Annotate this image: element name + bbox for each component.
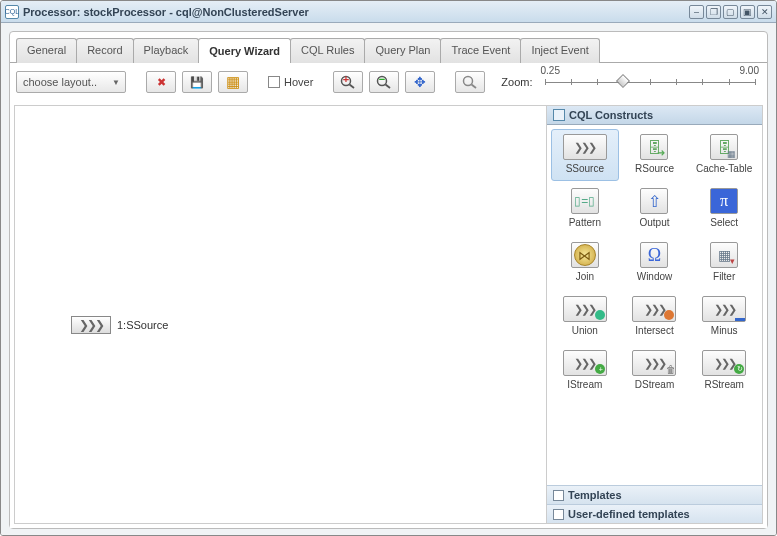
palette-item-dstream[interactable]: 🗑DStream (621, 345, 689, 397)
palette-item-minus[interactable]: Minus (690, 291, 758, 343)
palette-item-label: RSource (635, 163, 674, 174)
palette-item-select[interactable]: πSelect (690, 183, 758, 235)
palette-header-constructs[interactable]: CQL Constructs (547, 106, 762, 125)
palette: CQL Constructs SSource🗄➜RSource🗄▦Cache-T… (546, 106, 762, 523)
tab-bar: GeneralRecordPlaybackQuery WizardCQL Rul… (10, 32, 767, 63)
hover-checkbox-label: Hover (284, 76, 313, 88)
db-right-icon: 🗄➜ (640, 134, 668, 160)
palette-item-output[interactable]: ⇧Output (621, 183, 689, 235)
zoom-slider-thumb[interactable] (616, 74, 630, 88)
save-button[interactable]: 💾 (182, 71, 212, 93)
palette-item-ssource[interactable]: SSource (551, 129, 619, 181)
palette-item-label: Filter (713, 271, 735, 282)
palette-item-label: Window (637, 271, 673, 282)
chev-minus-icon (702, 296, 746, 322)
tab-general[interactable]: General (16, 38, 77, 63)
maximize-button[interactable]: ▣ (740, 5, 755, 19)
templates-icon (553, 490, 564, 501)
filter-icon: ▦▾ (710, 242, 738, 268)
user-templates-icon (553, 509, 564, 520)
palette-item-window[interactable]: ΩWindow (621, 237, 689, 289)
palette-grid: SSource🗄➜RSource🗄▦Cache-Table▯=▯Pattern⇧… (547, 125, 762, 401)
ssource-icon (71, 316, 111, 334)
palette-item-label: Join (576, 271, 594, 282)
hover-checkbox[interactable]: Hover (268, 76, 313, 88)
minimize-button[interactable]: – (689, 5, 704, 19)
restore-down-button[interactable]: ❐ (706, 5, 721, 19)
layout-selector[interactable]: choose layout.. (16, 71, 126, 93)
svg-line-1 (350, 85, 355, 89)
delete-button[interactable]: ✖ (146, 71, 176, 93)
zoom-max-label: 9.00 (740, 65, 759, 76)
constructs-icon (553, 109, 565, 121)
zoom-in-button[interactable]: + (333, 71, 363, 93)
tab-inject-event[interactable]: Inject Event (520, 38, 599, 63)
zoom-min-label: 0.25 (541, 65, 560, 76)
palette-item-istream[interactable]: +IStream (551, 345, 619, 397)
palette-footer: Templates User-defined templates (547, 485, 762, 523)
palette-item-cache-table[interactable]: 🗄▦Cache-Table (690, 129, 758, 181)
palette-item-label: Union (572, 325, 598, 336)
palette-item-rstream[interactable]: ↻RStream (690, 345, 758, 397)
window-title: Processor: stockProcessor - cql@NonClust… (23, 6, 689, 18)
chev-r-icon: ↻ (702, 350, 746, 376)
canvas-node-ssource1[interactable]: 1:SSource (71, 316, 168, 334)
pattern-icon: ▯=▯ (571, 188, 599, 214)
toolbar: choose layout.. ✖ 💾 ▦ Hover + − ✥ (10, 63, 767, 101)
app-icon: CQL (5, 5, 19, 19)
palette-header-label: CQL Constructs (569, 109, 653, 121)
fit-button[interactable]: ✥ (405, 71, 435, 93)
chev-icon (563, 134, 607, 160)
tab-body: choose layout.. ✖ 💾 ▦ Hover + − ✥ (10, 62, 767, 528)
pi-icon: π (710, 188, 738, 214)
palette-item-intersect[interactable]: Intersect (621, 291, 689, 343)
palette-item-filter[interactable]: ▦▾Filter (690, 237, 758, 289)
chev-union-icon (563, 296, 607, 322)
svg-point-6 (464, 77, 473, 86)
tab-record[interactable]: Record (76, 38, 133, 63)
zoom-slider[interactable]: 0.25 9.00 (545, 71, 755, 93)
omega-icon: Ω (640, 242, 668, 268)
palette-item-join[interactable]: ⋈Join (551, 237, 619, 289)
tab-playback[interactable]: Playback (133, 38, 200, 63)
svg-line-7 (472, 85, 477, 89)
palette-item-label: Pattern (569, 217, 601, 228)
svg-text:+: + (343, 75, 349, 85)
palette-item-label: DStream (635, 379, 674, 390)
tab-query-wizard[interactable]: Query Wizard (198, 38, 291, 63)
output-icon: ⇧ (640, 188, 668, 214)
palette-section-templates[interactable]: Templates (547, 485, 762, 504)
svg-line-4 (386, 85, 391, 89)
search-button[interactable] (455, 71, 485, 93)
workspace: 1:SSource CQL Constructs SSource🗄➜RSourc… (14, 105, 763, 524)
hover-checkbox-box[interactable] (268, 76, 280, 88)
palette-item-pattern[interactable]: ▯=▯Pattern (551, 183, 619, 235)
chev-i-icon: + (563, 350, 607, 376)
chev-d-icon: 🗑 (632, 350, 676, 376)
close-button[interactable]: ✕ (757, 5, 772, 19)
chev-intersect-icon (632, 296, 676, 322)
restore-button[interactable]: ▢ (723, 5, 738, 19)
tab-trace-event[interactable]: Trace Event (440, 38, 521, 63)
zoom-label: Zoom: (501, 76, 532, 88)
templates-label: Templates (568, 489, 622, 501)
join-icon: ⋈ (571, 242, 599, 268)
content-area: GeneralRecordPlaybackQuery WizardCQL Rul… (1, 23, 776, 535)
grid-button[interactable]: ▦ (218, 71, 248, 93)
tab-cql-rules[interactable]: CQL Rules (290, 38, 365, 63)
palette-item-union[interactable]: Union (551, 291, 619, 343)
palette-item-label: Minus (711, 325, 738, 336)
main-panel: GeneralRecordPlaybackQuery WizardCQL Rul… (9, 31, 768, 529)
db-table-icon: 🗄▦ (710, 134, 738, 160)
zoom-out-button[interactable]: − (369, 71, 399, 93)
layout-selector-label: choose layout.. (23, 76, 97, 88)
palette-section-user-templates[interactable]: User-defined templates (547, 504, 762, 523)
canvas-node-label: 1:SSource (117, 319, 168, 331)
palette-item-rsource[interactable]: 🗄➜RSource (621, 129, 689, 181)
palette-item-label: Select (710, 217, 738, 228)
tab-query-plan[interactable]: Query Plan (364, 38, 441, 63)
window-buttons: – ❐ ▢ ▣ ✕ (689, 5, 772, 19)
query-canvas[interactable]: 1:SSource (15, 106, 546, 523)
svg-text:−: − (379, 75, 385, 85)
palette-item-label: Output (639, 217, 669, 228)
